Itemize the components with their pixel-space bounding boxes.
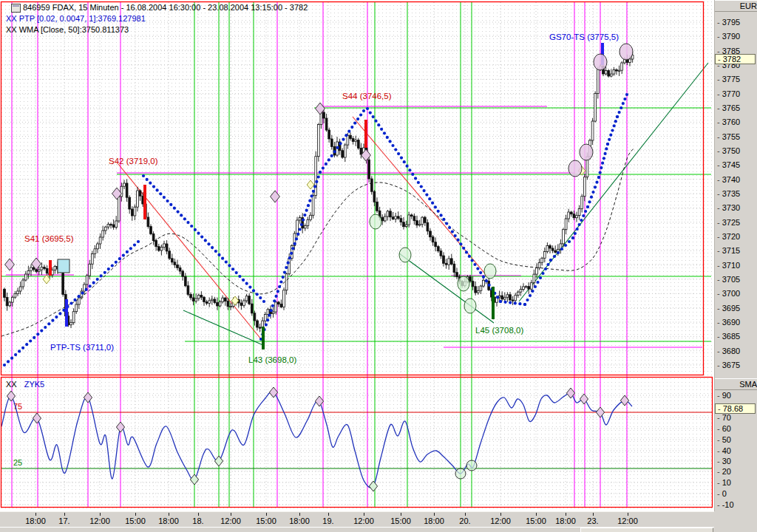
candle-body <box>472 282 474 287</box>
candle-body <box>400 219 402 222</box>
candle-body <box>616 69 618 71</box>
ptp-dot <box>499 300 502 303</box>
indicator-label-wma[interactable]: XX WMA [Close, 50]:3750.811373 <box>6 25 129 34</box>
time-axis[interactable]: 18:0017.12:0015:0018:0018.12:0015:0018:0… <box>0 511 714 528</box>
ptp-dot <box>584 210 587 213</box>
ptp-dot <box>169 203 172 206</box>
candle-body <box>424 217 426 222</box>
candle-body <box>430 231 432 237</box>
candle-body <box>222 298 224 301</box>
ptp-dot <box>319 171 322 174</box>
osc-level-25-label: 25 <box>13 458 22 467</box>
ptp-dot <box>448 226 451 229</box>
ptp-dot <box>342 138 344 141</box>
price-tick-label: 3775 <box>717 75 740 83</box>
ptp-dot <box>613 124 616 127</box>
ptp-dot <box>92 282 95 284</box>
ptp-dot <box>89 284 92 287</box>
price-tick-label: 3690 <box>717 318 740 327</box>
candle-body <box>44 267 46 269</box>
ptp-dot <box>529 294 532 297</box>
ptp-dot <box>588 200 591 203</box>
ptp-dot <box>242 279 245 282</box>
ptp-dot <box>78 295 81 298</box>
axis-corner <box>714 511 757 532</box>
ptp-dot <box>308 200 311 202</box>
time-tick <box>135 513 136 516</box>
ptp-dot <box>394 148 397 151</box>
candle-body <box>581 197 583 209</box>
ptp-dot <box>302 219 305 222</box>
osc-trough-diamond <box>190 474 198 485</box>
ptp-dot <box>523 303 526 306</box>
candle-body <box>543 252 546 259</box>
signal-label: S44 (3746,5) <box>342 92 392 100</box>
price-tick-label: 3715 <box>717 246 740 255</box>
price-tick-label: 3720 <box>717 232 740 241</box>
osc-tick-label: -10 <box>717 500 734 509</box>
candle-body <box>169 251 171 259</box>
candle-body <box>440 251 442 256</box>
ptp-dot <box>163 196 166 199</box>
time-tick <box>593 513 594 516</box>
ptp-dot <box>544 267 547 270</box>
ptp-dot <box>564 244 567 247</box>
price-axis[interactable]: EUR SMA 37953790378537803775377037653760… <box>714 0 757 511</box>
oscillator-header[interactable]: XXZYK5 <box>6 380 44 389</box>
candle-body <box>9 302 11 306</box>
candle-body <box>197 296 200 299</box>
candle-body <box>187 286 189 295</box>
signal-label: S42 (3719,0) <box>109 157 158 166</box>
candle-body <box>110 225 112 225</box>
pink-diamond-marker <box>271 191 280 202</box>
ptp-dot <box>287 262 290 265</box>
candle-body <box>403 222 405 227</box>
ptp-dot <box>149 182 152 185</box>
candle-body <box>307 219 309 225</box>
price-tick-label: 3770 <box>717 89 740 98</box>
time-tick-label: 19. <box>322 516 333 525</box>
horizontal-scrollbar-thumb[interactable] <box>580 528 713 532</box>
time-tick-label: 15:00 <box>256 516 276 525</box>
osc-peak-diamond <box>33 413 41 423</box>
price-tick-label: 3790 <box>717 32 740 41</box>
ptp-dot <box>290 252 293 255</box>
candle-body <box>99 237 101 244</box>
ptp-dot <box>462 247 465 250</box>
price-tick-label: 3710 <box>717 261 740 270</box>
signal-markers: S41 (3695,5)S42 (3719,0)S44 (3746,5)GS70… <box>24 33 619 364</box>
candle-body <box>208 301 211 304</box>
candle-body <box>525 287 527 287</box>
osc-tick-label: 50 <box>717 435 731 444</box>
ptp-dot <box>344 134 347 137</box>
price-tick-label: 3735 <box>717 189 740 198</box>
osc-tick-label: 30 <box>717 457 731 466</box>
candle-body <box>137 191 139 207</box>
ptp-dot <box>288 256 291 259</box>
price-tick-label: 3685 <box>717 332 740 341</box>
ptp-dot <box>69 301 72 304</box>
osc-tick-label: 60 <box>717 424 731 433</box>
ptp-dot <box>44 326 47 329</box>
candle-body <box>14 294 16 298</box>
ptp-dot <box>238 275 241 278</box>
osc-axis-header: SMA <box>715 378 757 390</box>
ptp-dot <box>299 228 302 231</box>
candle-body <box>549 245 551 248</box>
pink-ellipse-marker <box>580 144 593 160</box>
candle-body <box>410 215 413 216</box>
ptp-dot <box>580 219 583 222</box>
ptp-dot <box>276 290 279 293</box>
ptp-dot <box>310 194 313 197</box>
price-tick-label: 3700 <box>717 289 740 298</box>
indicator-label-ptp[interactable]: XX PTP [0.02, 0.0047, 1]:3769.127981 <box>6 14 146 23</box>
osc-trough-circle <box>466 460 477 471</box>
ptp-dot <box>252 289 255 292</box>
ptp-dot <box>526 299 529 301</box>
ptp-dot <box>408 168 411 171</box>
candle-body <box>22 280 24 287</box>
window-icon[interactable] <box>11 4 21 13</box>
ptp-dot <box>389 140 392 143</box>
ptp-dot <box>614 120 617 123</box>
candle-body <box>38 270 40 271</box>
